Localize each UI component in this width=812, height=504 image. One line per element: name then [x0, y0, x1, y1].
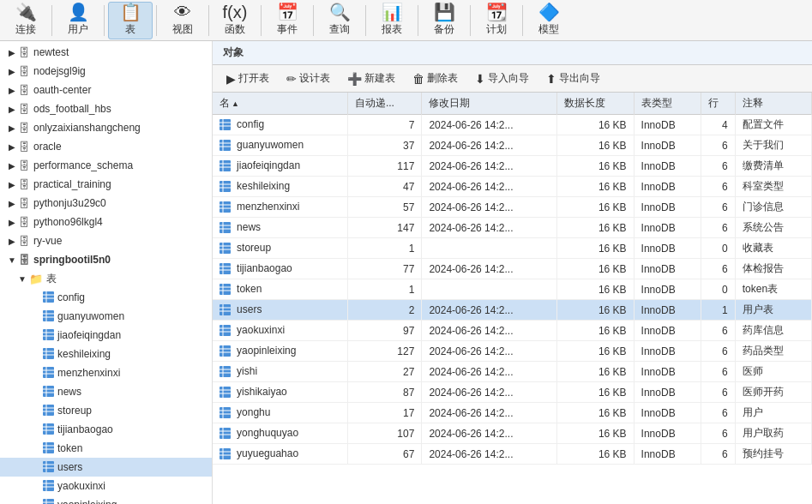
table-row[interactable]: yonghu172024-06-26 14:2...16 KBInnoDB6用户	[213, 403, 812, 423]
cell-0: tijianbaogao	[213, 259, 347, 279]
table-row[interactable]: yonghuquyao1072024-06-26 14:2...16 KBInn…	[213, 423, 812, 444]
cell-5: 4	[701, 115, 735, 135]
database-icon: 🗄	[19, 159, 30, 172]
sidebar-item-oracle[interactable]: ▶🗄oracle	[0, 137, 212, 156]
sidebar-item-label: performance_schema	[33, 159, 133, 171]
sidebar-item-users[interactable]: users	[0, 458, 212, 477]
sidebar-item-tijianbaogao[interactable]: tijianbaogao	[0, 420, 212, 439]
table-row[interactable]: users22024-06-26 14:2...16 KBInnoDB1用户表	[213, 300, 812, 321]
table-row[interactable]: token116 KBInnoDB0token表	[213, 279, 812, 300]
sidebar-item-pythono96lkgl4[interactable]: ▶🗄pythono96lkgl4	[0, 213, 212, 231]
toolbar-item-user[interactable]: 👤用户	[56, 2, 100, 39]
delete-table-button[interactable]: 🗑删除表	[406, 69, 465, 88]
sidebar-item-yaopinleixing[interactable]: yaopinleixing	[0, 495, 212, 504]
sidebar-item-menzhenxinxi[interactable]: menzhenxinxi	[0, 363, 212, 382]
table-row[interactable]: yishi272024-06-26 14:2...16 KBInnoDB6医师	[213, 362, 812, 382]
cell-6: 用户	[735, 403, 811, 423]
cell-6: 医师	[735, 362, 811, 382]
row-table-icon	[220, 304, 233, 315]
table-row[interactable]: yishikaiyao872024-06-26 14:2...16 KBInno…	[213, 382, 812, 403]
svg-rect-96	[220, 263, 231, 274]
sidebar-item-label: ods_football_hbs	[33, 103, 111, 115]
sidebar-item-keshileixing[interactable]: keshileixing	[0, 345, 212, 363]
toolbar-item-table[interactable]: 📋表	[108, 2, 153, 39]
sidebar-item-onlyzaixianshangcheng[interactable]: ▶🗄onlyzaixianshangcheng	[0, 118, 212, 137]
expand-arrow: ▶	[7, 105, 17, 114]
cell-5: 6	[701, 382, 735, 403]
sidebar-item-springbootil5n0[interactable]: ▼🗄springbootil5n0	[0, 250, 212, 269]
svg-rect-124	[220, 407, 231, 418]
sidebar-item-oauth-center[interactable]: ▶🗄oauth-center	[0, 81, 212, 99]
toolbar-separator	[313, 5, 314, 36]
sidebar-item-token[interactable]: token	[0, 439, 212, 458]
cell-0: token	[213, 279, 347, 300]
expand-arrow: ▶	[7, 86, 17, 95]
table-row[interactable]: menzhenxinxi572024-06-26 14:2...16 KBInn…	[213, 197, 812, 218]
toolbar-item-model[interactable]: 🔷模型	[526, 2, 571, 39]
table-row[interactable]: news1472024-06-26 14:2...16 KBInnoDB6系统公…	[213, 218, 812, 238]
design-table-button[interactable]: ✏设计表	[280, 69, 337, 88]
sidebar-item-ry-vue[interactable]: ▶🗄ry-vue	[0, 231, 212, 250]
report-icon: 📊	[382, 3, 403, 21]
toolbar-item-plan[interactable]: 📆计划	[474, 2, 519, 39]
sidebar-item-jiaofeiqingdan[interactable]: jiaofeiqingdan	[0, 326, 212, 345]
col-header-0[interactable]: 名▲	[213, 93, 347, 115]
sidebar-item-ods_football_hbs[interactable]: ▶🗄ods_football_hbs	[0, 99, 212, 118]
cell-3: 16 KB	[557, 177, 634, 197]
col-header-4[interactable]: 表类型	[634, 93, 701, 115]
table-row[interactable]: yuyueguahao672024-06-26 14:2...16 KBInno…	[213, 444, 812, 465]
col-header-2[interactable]: 修改日期	[422, 93, 557, 115]
sidebar-item-guanyuwomen[interactable]: guanyuwomen	[0, 307, 212, 326]
toolbar-item-event[interactable]: 📅事件	[265, 2, 310, 39]
table-row[interactable]: keshileixing472024-06-26 14:2...16 KBInn…	[213, 177, 812, 197]
cell-5: 6	[701, 218, 735, 238]
import-wizard-button[interactable]: ⬇导入向导	[468, 69, 536, 88]
col-header-1[interactable]: 自动递...	[347, 93, 422, 115]
sidebar-item-yaokuxinxi[interactable]: yaokuxinxi	[0, 477, 212, 495]
toolbar-item-query[interactable]: 🔍查询	[317, 2, 362, 39]
col-header-6[interactable]: 注释	[735, 93, 811, 115]
sidebar-item-config[interactable]: config	[0, 288, 212, 307]
expand-arrow: ▼	[17, 274, 27, 284]
toolbar-separator	[208, 5, 209, 36]
toolbar-item-connect[interactable]: 🔌连接	[3, 2, 48, 39]
table-row[interactable]: guanyuwomen372024-06-26 14:2...16 KBInno…	[213, 135, 812, 156]
cell-4: InnoDB	[634, 238, 701, 259]
new-table-button[interactable]: ➕新建表	[340, 69, 402, 88]
sidebar-item-performance_schema[interactable]: ▶🗄performance_schema	[0, 156, 212, 175]
toolbar-label-view: 视图	[172, 22, 193, 37]
sidebar-item-news[interactable]: news	[0, 382, 212, 401]
sidebar-item-label: guanyuwomen	[57, 310, 124, 322]
toolbar-item-report[interactable]: 📊报表	[370, 2, 414, 39]
svg-rect-32	[43, 442, 54, 453]
export-wizard-button[interactable]: ⬆导出向导	[539, 69, 607, 88]
table-row[interactable]: jiaofeiqingdan1172024-06-26 14:2...16 KB…	[213, 156, 812, 177]
row-table-icon	[220, 387, 233, 397]
table-row[interactable]: yaopinleixing1272024-06-26 14:2...16 KBI…	[213, 341, 812, 362]
sidebar-item-表[interactable]: ▼📁表	[0, 269, 212, 288]
sidebar-item-nodejsgl9ig[interactable]: ▶🗄nodejsgl9ig	[0, 62, 212, 81]
col-header-label: 数据长度	[564, 97, 605, 109]
table-row[interactable]: storeup116 KBInnoDB0收藏表	[213, 238, 812, 259]
toolbar-item-function[interactable]: f(x)函数	[213, 2, 257, 39]
col-header-5[interactable]: 行	[701, 93, 735, 115]
svg-rect-72	[220, 140, 231, 151]
sidebar-item-newtest[interactable]: ▶🗄newtest	[0, 43, 212, 62]
table-row[interactable]: config72024-06-26 14:2...16 KBInnoDB4配置文…	[213, 115, 812, 135]
sidebar-item-pythonju3u29c0[interactable]: ▶🗄pythonju3u29c0	[0, 194, 212, 213]
cell-5: 6	[701, 321, 735, 341]
cell-1: 7	[347, 115, 422, 135]
row-table-icon	[220, 119, 233, 129]
sidebar-item-storeup[interactable]: storeup	[0, 401, 212, 420]
col-header-3[interactable]: 数据长度	[557, 93, 634, 115]
table-row[interactable]: yaokuxinxi972024-06-26 14:2...16 KBInnoD…	[213, 321, 812, 341]
object-header-label: 对象	[223, 45, 244, 60]
sidebar-item-practical_training[interactable]: ▶🗄practical_training	[0, 175, 212, 194]
cell-1: 2	[347, 300, 422, 321]
toolbar-item-view[interactable]: 👁视图	[160, 2, 205, 39]
open-table-button[interactable]: ▶打开表	[220, 69, 276, 88]
toolbar-item-backup[interactable]: 💾备份	[422, 2, 466, 39]
table-row[interactable]: tijianbaogao772024-06-26 14:2...16 KBInn…	[213, 259, 812, 279]
tables-list: 名▲自动递...修改日期数据长度表类型行注释 config72024-06-26…	[213, 93, 812, 465]
expand-arrow: ▼	[7, 255, 17, 265]
